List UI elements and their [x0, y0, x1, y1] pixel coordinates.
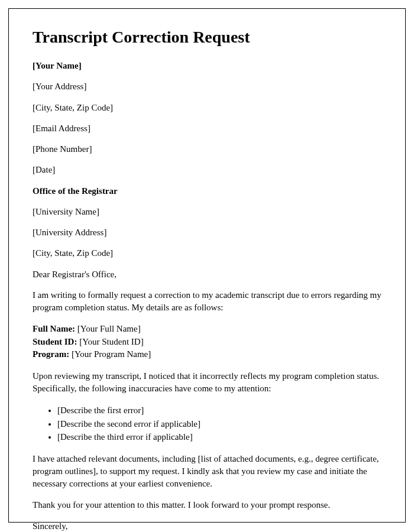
- program-value: [Your Program Name]: [69, 349, 151, 359]
- salutation: Dear Registrar's Office,: [33, 268, 381, 280]
- detail-student-id: Student ID: [Your Student ID]: [33, 336, 381, 349]
- list-item: [Describe the second error if applicable…: [57, 417, 381, 431]
- detail-program: Program: [Your Program Name]: [33, 348, 381, 361]
- recipient-university-address: [University Address]: [33, 226, 381, 238]
- errors-list: [Describe the first error] [Describe the…: [57, 404, 381, 444]
- student-details: Full Name: [Your Full Name] Student ID: …: [33, 323, 381, 361]
- closing: Sincerely,: [33, 520, 381, 532]
- sender-address: [Your Address]: [33, 80, 381, 92]
- review-paragraph: Upon reviewing my transcript, I noticed …: [33, 370, 381, 395]
- recipient-office: Office of the Registrar: [33, 185, 381, 197]
- recipient-city-state-zip: [City, State, Zip Code]: [33, 247, 381, 259]
- intro-paragraph: I am writing to formally request a corre…: [33, 289, 381, 314]
- document-title: Transcript Correction Request: [33, 28, 381, 47]
- document-date: [Date]: [33, 164, 381, 176]
- full-name-label: Full Name:: [33, 324, 75, 333]
- document-page: Transcript Correction Request [Your Name…: [8, 8, 406, 523]
- student-id-value: [Your Student ID]: [77, 337, 143, 346]
- list-item: [Describe the first error]: [57, 404, 381, 417]
- list-item: [Describe the third error if applicable]: [57, 430, 381, 444]
- attachments-paragraph: I have attached relevant documents, incl…: [33, 453, 381, 490]
- program-label: Program:: [33, 349, 69, 359]
- sender-email: [Email Address]: [33, 122, 381, 134]
- sender-phone: [Phone Number]: [33, 143, 381, 155]
- full-name-value: [Your Full Name]: [75, 324, 141, 333]
- sender-name: [Your Name]: [33, 60, 381, 72]
- sender-city-state-zip: [City, State, Zip Code]: [33, 102, 381, 113]
- thanks-paragraph: Thank you for your attention to this mat…: [33, 499, 381, 511]
- recipient-university-name: [University Name]: [33, 206, 381, 218]
- detail-full-name: Full Name: [Your Full Name]: [33, 323, 381, 336]
- student-id-label: Student ID:: [33, 337, 77, 346]
